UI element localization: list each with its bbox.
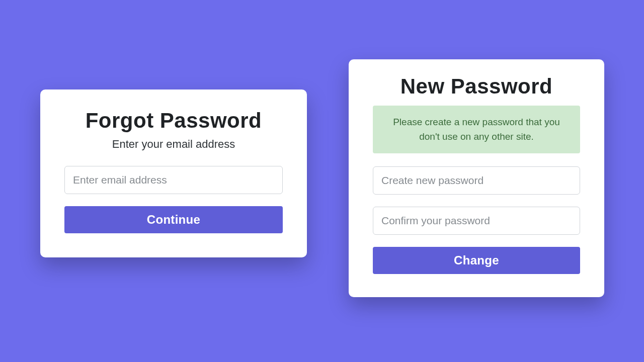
forgot-password-card: Forgot Password Enter your email address… bbox=[40, 89, 307, 257]
password-instruction-alert: Please create a new password that you do… bbox=[373, 106, 580, 153]
email-field[interactable] bbox=[64, 166, 283, 194]
continue-button[interactable]: Continue bbox=[64, 206, 283, 233]
forgot-password-subtitle: Enter your email address bbox=[64, 138, 283, 151]
create-password-field[interactable] bbox=[373, 166, 580, 195]
forgot-password-title: Forgot Password bbox=[64, 109, 283, 133]
change-button[interactable]: Change bbox=[373, 247, 580, 274]
new-password-title: New Password bbox=[373, 74, 580, 99]
confirm-password-field[interactable] bbox=[373, 207, 580, 235]
new-password-card: New Password Please create a new passwor… bbox=[349, 59, 604, 297]
